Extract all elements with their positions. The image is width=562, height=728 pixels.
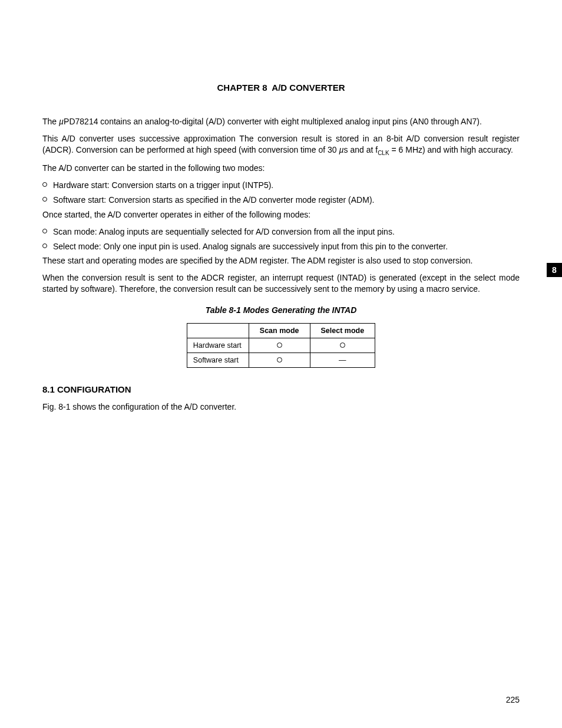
list-item-select-mode: Select mode: Only one input pin is used.… (42, 241, 520, 252)
chapter-title: CHAPTER 8 A/D CONVERTER (42, 83, 520, 93)
page-number: 225 (506, 695, 520, 704)
chapter-title-post: A/D CONVERTER (272, 83, 345, 93)
chapter-title-pre: CHAPTER 8 (217, 83, 267, 93)
cell-sw-scan (249, 353, 310, 368)
table-row: Software start — (187, 353, 375, 368)
operating-modes-intro: Once started, the A/D converter operates… (42, 209, 520, 220)
intro-paragraph-2: This A/D converter uses successive appro… (42, 133, 520, 157)
row-label-software: Software start (187, 353, 249, 368)
table-header-scan: Scan mode (249, 324, 310, 338)
table-header-empty (187, 324, 249, 338)
circle-icon (277, 357, 282, 363)
table-caption: Table 8-1 Modes Generating the INTAD (42, 305, 520, 315)
p2c-text: = 6 MHz) and with high accuracy. (389, 145, 513, 154)
table-header-select: Select mode (310, 324, 375, 338)
circle-icon (277, 342, 282, 348)
start-modes-intro: The A/D converter can be started in the … (42, 163, 520, 174)
section-body: Fig. 8-1 shows the configuration of the … (42, 401, 520, 413)
clk-subscript: CLK (378, 150, 389, 156)
row-label-hardware: Hardware start (187, 338, 249, 353)
adm-register-paragraph: These start and operating modes are spec… (42, 255, 520, 266)
table-row: Hardware start (187, 338, 375, 353)
list-item-software-start: Software start: Conversion starts as spe… (42, 195, 520, 206)
circle-icon (340, 342, 345, 348)
mu-symbol-2: µ (339, 145, 343, 154)
list-item-scan-mode: Scan mode: Analog inputs are sequentiall… (42, 226, 520, 238)
page: CHAPTER 8 A/D CONVERTER The µPD78214 con… (0, 0, 562, 728)
list-item-hardware-start: Hardware start: Conversion starts on a t… (42, 180, 520, 191)
cell-hw-select (310, 338, 375, 353)
table-header-row: Scan mode Select mode (187, 324, 375, 338)
p2b-text: s and at f (344, 145, 378, 154)
intro-paragraph-1: The µPD78214 contains an analog-to-digit… (42, 116, 520, 127)
mu-symbol: µ (59, 117, 64, 126)
modes-table: Scan mode Select mode Hardware start Sof… (187, 323, 375, 368)
section-heading: 8.1 CONFIGURATION (42, 384, 520, 394)
cell-sw-select: — (310, 353, 375, 368)
side-tab: 8 (547, 263, 562, 277)
cell-hw-scan (249, 338, 310, 353)
p1-text: PD78214 contains an analog-to-digital (A… (64, 117, 482, 126)
interrupt-paragraph: When the conversion result is sent to th… (42, 272, 520, 295)
